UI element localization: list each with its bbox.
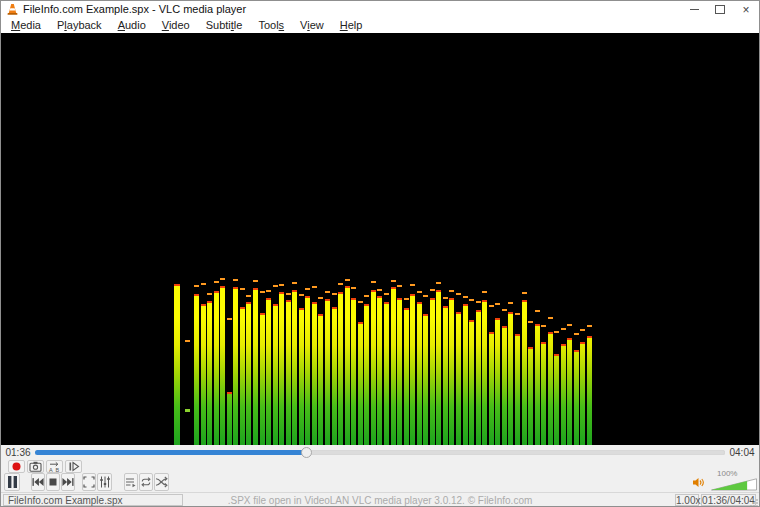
spectrum-bar (410, 294, 415, 445)
stop-button[interactable] (46, 473, 60, 491)
spectrum-peak (423, 295, 428, 297)
pause-icon (7, 476, 18, 488)
seek-progress (35, 450, 306, 455)
playlist-button[interactable] (124, 473, 138, 491)
spectrum-peak (436, 282, 441, 284)
shuffle-icon (155, 476, 168, 488)
random-button[interactable] (154, 473, 169, 491)
equalizer-icon (99, 476, 111, 488)
spectrum-bar (227, 392, 232, 445)
playback-rate[interactable]: 1.00x (675, 494, 699, 506)
spectrum-peak (476, 301, 481, 303)
fullscreen-button[interactable] (82, 473, 96, 491)
svg-text:B: B (56, 467, 60, 473)
fullscreen-icon (83, 476, 95, 488)
maximize-button[interactable] (707, 1, 733, 18)
spectrum-bar (220, 286, 225, 445)
spectrum-peak (495, 303, 500, 305)
spectrum-peak (587, 325, 592, 327)
status-time-display[interactable]: 01:36/04:04 (701, 494, 756, 506)
spectrum-bar (377, 296, 382, 445)
spectrum-peak (201, 283, 206, 285)
volume-slider[interactable] (711, 478, 758, 491)
spectrum-bar (279, 292, 284, 445)
menu-playback[interactable]: Playback (49, 18, 110, 33)
spectrum-bar (554, 354, 559, 445)
spectrum-bar (318, 314, 323, 445)
spectrum-bar (587, 336, 592, 445)
spectrum-peak (391, 280, 396, 282)
speaker-icon[interactable] (692, 476, 706, 489)
spectrum-peak (194, 285, 199, 287)
spectrum-bar (351, 298, 356, 445)
spectrum-bar (214, 291, 219, 445)
maximize-icon (715, 5, 725, 14)
menu-audio[interactable]: Audio (110, 18, 154, 33)
spectrum-peak (266, 290, 271, 292)
spectrum-peak (482, 291, 487, 293)
spectrum-bar (299, 308, 304, 445)
spectrum-bar (404, 308, 409, 445)
spectrum-peak (345, 279, 350, 281)
minimize-button[interactable] (681, 1, 707, 18)
menu-help[interactable]: Help (332, 18, 371, 33)
menu-view[interactable]: View (292, 18, 332, 33)
spectrum-peak (489, 305, 494, 307)
ab-loop-button[interactable]: A B (46, 460, 63, 473)
loop-button[interactable] (139, 473, 153, 491)
previous-icon (32, 477, 44, 487)
next-icon (62, 477, 74, 487)
playlist-icon (125, 477, 137, 488)
snapshot-button[interactable] (27, 460, 44, 473)
seek-row: 01:36 04:04 (1, 445, 759, 460)
spectrum-peak (377, 289, 382, 291)
spectrum-peak (240, 288, 245, 290)
spectrum-peak (299, 294, 304, 296)
spectrum-peak (253, 280, 258, 282)
spectrum-peak (567, 324, 572, 326)
spectrum-bar (522, 300, 527, 445)
loop-icon (140, 476, 152, 488)
record-icon (12, 462, 21, 471)
next-button[interactable] (61, 473, 75, 491)
spectrum-peak (522, 292, 527, 294)
frame-by-frame-button[interactable] (65, 460, 82, 473)
previous-button[interactable] (31, 473, 45, 491)
video-area[interactable] (1, 33, 759, 445)
spectrum-bar (456, 312, 461, 445)
seek-slider[interactable] (35, 450, 725, 455)
spectrum-bar (371, 290, 376, 445)
minimize-icon (690, 9, 699, 10)
menu-video[interactable]: Video (154, 18, 198, 33)
spectrum-bar (436, 290, 441, 445)
spectrum-peak (548, 317, 553, 319)
spectrum-bar (528, 347, 533, 445)
ab-loop-icon: A B (48, 461, 61, 473)
spectrum-bar (207, 301, 212, 445)
extended-settings-button[interactable] (97, 473, 112, 491)
spectrum-bar (548, 332, 553, 445)
vlc-cone-icon (7, 3, 18, 16)
svg-text:A: A (49, 467, 53, 473)
spectrum-peak (469, 299, 474, 301)
stop-icon (49, 478, 57, 486)
spectrum-peak (312, 286, 317, 288)
spectrum-peak (260, 291, 265, 293)
spectrum-peak (456, 293, 461, 295)
spectrum-bar (201, 304, 206, 445)
spectrum-peak (561, 328, 566, 330)
spectrum-bar (325, 299, 330, 445)
close-button[interactable]: × (733, 1, 759, 18)
spectrum-peak (332, 293, 337, 295)
menu-tools[interactable]: Tools (250, 18, 292, 33)
record-button[interactable] (8, 460, 25, 473)
spectrum-bar (260, 313, 265, 445)
menu-subtitle[interactable]: Subtitle (198, 18, 251, 33)
seek-handle[interactable] (301, 447, 312, 458)
pause-button[interactable] (4, 473, 20, 491)
resize-grip-icon[interactable] (750, 499, 758, 507)
spectrum-bar (312, 302, 317, 445)
spectrum-peak (292, 282, 297, 284)
menu-media[interactable]: Media (3, 18, 49, 33)
spectrum-peak (449, 290, 454, 292)
